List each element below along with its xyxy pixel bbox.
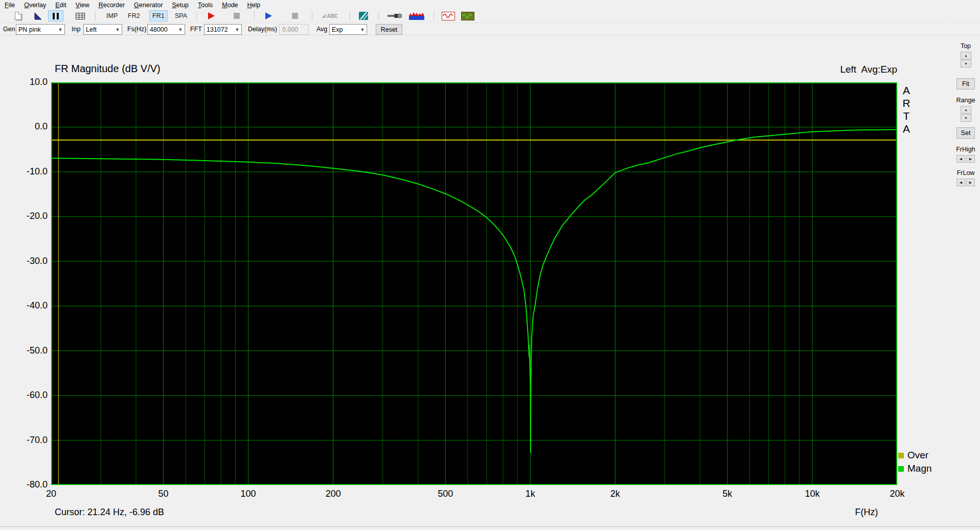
x-tick-label: 100 (231, 489, 266, 499)
mode-button-spa[interactable]: SPA (172, 10, 190, 21)
sine-red-icon (442, 12, 455, 20)
chevron-down-icon: ▼ (56, 27, 64, 32)
menu-item-recorder[interactable]: Recorder (94, 1, 129, 9)
fr-magnitude-plot[interactable] (51, 82, 897, 485)
toolbar-separator (350, 11, 350, 20)
signal-generator-button[interactable] (440, 10, 457, 21)
menu-item-mode[interactable]: Mode (217, 1, 242, 9)
control-bar: Gen PN pink▼ Inp Left▼ Fs(Hz) 48000▼ FFT… (0, 23, 980, 35)
menu-item-edit[interactable]: Edit (51, 1, 71, 9)
stripes-button[interactable] (356, 10, 371, 21)
x-tick-label: 1k (512, 489, 548, 499)
waveform-icon (409, 12, 424, 20)
record-stop-button[interactable] (229, 10, 244, 21)
x-tick-label: 500 (427, 489, 463, 499)
stop-icon (234, 13, 240, 19)
record-button[interactable] (203, 10, 219, 21)
play-icon (265, 12, 272, 19)
menu-item-generator[interactable]: Generator (129, 1, 167, 9)
y-tick-label: 10.0 (16, 77, 48, 87)
play-stop-button[interactable] (287, 10, 303, 21)
pause-button[interactable] (48, 10, 63, 21)
menu-item-overlay[interactable]: Overlay (19, 1, 51, 9)
mode-button-fr1[interactable]: FR1 (149, 10, 168, 21)
top-down-button[interactable]: ▼ (961, 60, 971, 68)
new-file-icon (15, 12, 21, 20)
menu-item-help[interactable]: Help (243, 1, 265, 9)
range-up-button[interactable]: ▲ (961, 106, 971, 114)
fft-select[interactable]: 131072▼ (204, 24, 242, 35)
gen-select[interactable]: PN pink▼ (16, 24, 65, 35)
frhigh-right-button[interactable]: ▶ (966, 155, 975, 163)
fs-select[interactable]: 48000▼ (147, 24, 185, 35)
window-bottom-edge (0, 526, 980, 530)
menu-item-view[interactable]: View (71, 1, 94, 9)
menu-item-setup[interactable]: Setup (167, 1, 193, 9)
chart-title: FR Magnitude (dB V/V) (55, 63, 161, 75)
gen-label: Gen (3, 26, 15, 33)
level-meter-button[interactable] (459, 10, 476, 21)
background-toggle-button[interactable] (31, 10, 46, 21)
right-control-panel: Top ▲ ▼ Fit Range ▲ ▼ Set FrHigh ◀ ▶ FrL… (951, 35, 980, 526)
cursor-readout: Cursor: 21.24 Hz, -6.96 dB (55, 507, 164, 518)
probe-icon (387, 13, 402, 19)
avg-label: Avg (316, 26, 327, 33)
toolbar-separator (254, 11, 255, 20)
range-label: Range (951, 97, 980, 104)
legend-item: Magn (898, 462, 932, 475)
delay-label: Delay(ms) (248, 26, 277, 33)
table-view-button[interactable] (73, 10, 88, 21)
legend-item: Over (898, 449, 932, 462)
new-file-button[interactable] (10, 10, 26, 21)
toolbar-separator (434, 11, 434, 20)
waveform-button[interactable] (407, 10, 426, 21)
menu-item-tools[interactable]: Tools (193, 1, 217, 9)
menu-bar: FileOverlayEditViewRecorderGeneratorSetu… (0, 0, 980, 10)
fit-button[interactable]: Fit (956, 78, 975, 90)
play-button[interactable] (261, 10, 276, 21)
mode-button-imp[interactable]: IMP (103, 10, 121, 21)
frlow-label: FrLow (951, 169, 980, 176)
spl-label-button[interactable]: ABC (318, 10, 341, 21)
frhigh-label: FrHigh (951, 146, 980, 153)
reset-button[interactable]: Reset (376, 24, 402, 35)
pause-icon (53, 13, 59, 19)
plot-area[interactable] (51, 82, 897, 487)
fft-label: FFT (190, 26, 202, 33)
frhigh-left-button[interactable]: ◀ (956, 155, 965, 163)
avg-select[interactable]: Exp▼ (329, 24, 367, 35)
delay-input[interactable]: 0.000 (279, 24, 309, 35)
arta-watermark: ARTA (900, 84, 913, 135)
x-tick-label: 10k (794, 489, 830, 499)
menu-item-file[interactable]: File (0, 1, 19, 9)
legend-label: Magn (907, 463, 932, 474)
top-label: Top (951, 42, 980, 50)
record-play-icon (208, 12, 215, 19)
y-tick-label: -40.0 (16, 300, 48, 311)
abc-icon: ABC (322, 13, 338, 19)
range-down-button[interactable]: ▼ (961, 114, 971, 122)
toolbar-separator (378, 11, 379, 20)
y-tick-label: -20.0 (16, 211, 48, 222)
fs-label: Fs(Hz) (127, 26, 147, 33)
chevron-down-icon: ▼ (358, 27, 367, 32)
top-up-button[interactable]: ▲ (961, 52, 971, 59)
stripes-icon (359, 12, 368, 20)
x-tick-label: 50 (146, 489, 181, 499)
chevron-down-icon: ▼ (176, 27, 185, 32)
x-tick-label: 20 (33, 489, 69, 499)
x-tick-label: 200 (315, 489, 351, 499)
chevron-down-icon: ▼ (233, 27, 241, 32)
probe-button[interactable] (384, 10, 405, 21)
toolbar-separator (95, 11, 96, 20)
mode-button-fr2[interactable]: FR2 (125, 10, 143, 21)
y-tick-label: -10.0 (16, 166, 48, 177)
chevron-down-icon: ▼ (113, 27, 122, 32)
frlow-right-button[interactable]: ▶ (966, 179, 975, 186)
toolbar-separator (196, 11, 197, 20)
frlow-left-button[interactable]: ◀ (956, 179, 965, 186)
y-tick-label: -30.0 (16, 256, 48, 267)
inp-select[interactable]: Left▼ (83, 24, 122, 35)
set-button[interactable]: Set (956, 127, 975, 139)
x-tick-label: 5k (710, 489, 745, 499)
